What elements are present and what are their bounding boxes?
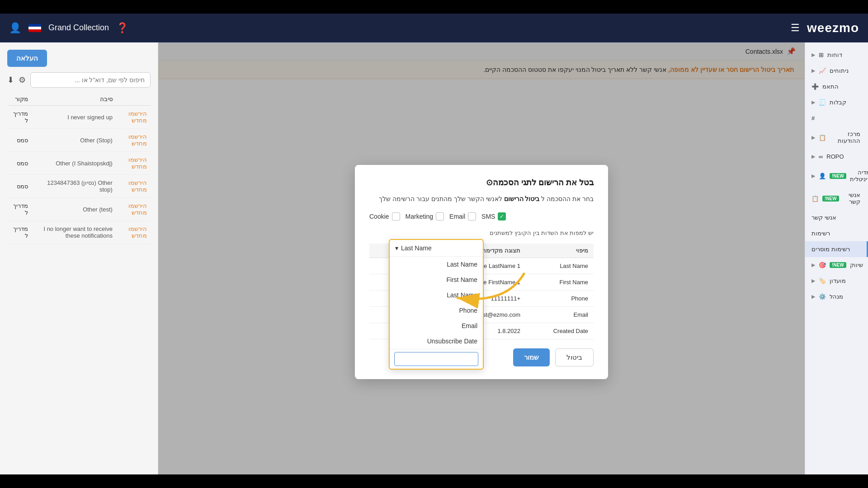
navbar-right: ☰ weezmo: [791, 21, 859, 35]
digital-media-label: מדיה דיניטלית: [850, 169, 868, 183]
dropdown-option[interactable]: Email: [390, 318, 483, 333]
link-cell[interactable]: הירשמו מחדש: [116, 106, 151, 129]
toolbar-row: ⬇ ⚙: [7, 72, 151, 88]
sidebar-item-contacts[interactable]: אנשי קשר: [805, 210, 868, 225]
help-icon[interactable]: ❓: [116, 22, 128, 34]
sidebar-item-digital-media[interactable]: מדיה דיניטלית NEW! 👤 ▶: [805, 164, 868, 187]
marketing-checkbox[interactable]: [436, 212, 444, 221]
col-mapping: מיפוי: [526, 244, 594, 258]
sms-checkbox[interactable]: ✓: [498, 212, 506, 221]
link-cell[interactable]: הירשמו מחדש: [116, 152, 151, 175]
new-badge-3: NEW!: [830, 262, 846, 268]
save-button[interactable]: שמור: [513, 348, 550, 366]
source-cell: מדריך ל: [7, 221, 32, 244]
list-item: סמס Other (Stop) הירשמו מחדש: [7, 129, 151, 152]
messagecenter-icon: 📋: [819, 134, 826, 141]
link-cell[interactable]: הירשמו מחדש: [116, 198, 151, 221]
sidebar-item-admin[interactable]: מנהל ⚙️ ▶: [805, 289, 868, 305]
club-label: מועדון: [830, 277, 846, 284]
mapping-cell: First Name: [526, 274, 594, 290]
download-icon[interactable]: ⬇: [7, 75, 14, 85]
sidebar-item-marketing[interactable]: שיווק NEW! 🎯 ▶: [805, 257, 868, 273]
marketing-label: שיווק: [850, 262, 863, 268]
reason-cell: Other (Stop): [32, 129, 116, 152]
user-icon[interactable]: 👤: [9, 22, 21, 34]
analytics-icon: 📈: [819, 67, 826, 74]
admin-label: מנהל: [830, 293, 843, 300]
page-title: Grand Collection: [48, 23, 109, 33]
list-table: מקור סיבה מדריך ל I never signed up הירש…: [7, 93, 151, 244]
sidebar-item-adapt[interactable]: התאמ ➕: [805, 79, 868, 94]
lists-label: רשימות: [811, 230, 830, 237]
email-label: Email: [449, 213, 465, 220]
navbar-left: 👤 Grand Collection ❓: [9, 22, 128, 34]
link-cell[interactable]: הירשמו מחדש: [116, 175, 151, 198]
list-item: מדריך ל I no longer want to receive thes…: [7, 221, 151, 244]
mapping-cell: Created Date: [526, 323, 594, 339]
sidebar-item-reports[interactable]: דוחות ⊞ ▶: [805, 47, 868, 63]
reason-cell: Other (I Shaistopskdj): [32, 152, 116, 175]
weezmo-logo: weezmo: [807, 21, 859, 35]
sidebar-item-contacts-new[interactable]: אנשי קשר NEW! 📋: [805, 187, 868, 210]
reason-cell: I never signed up: [32, 106, 116, 129]
link-cell[interactable]: הירשמו מחדש: [116, 221, 151, 244]
dropdown-search-input[interactable]: [394, 352, 478, 366]
reason-cell: Other (test): [32, 198, 116, 221]
receipts-icon: 🧾: [819, 99, 826, 106]
source-cell: מדריך ל: [7, 198, 32, 221]
link-cell[interactable]: הירשמו מחדש: [116, 129, 151, 152]
admin-icon: ⚙️: [819, 293, 826, 300]
search-input[interactable]: [30, 72, 151, 88]
hamburger-icon[interactable]: ☰: [791, 22, 800, 34]
list-item: מדריך ל I never signed up הירשמו מחדש: [7, 106, 151, 129]
sidebar-item-analytics[interactable]: ניתוחים 📈 ▶: [805, 63, 868, 79]
sidebar-item-ropo[interactable]: ROPO ∞ ▶: [805, 149, 868, 164]
source-cell: סמס: [7, 152, 32, 175]
digital-media-icon: 👤: [819, 173, 826, 179]
mapping-cell: Email: [526, 306, 594, 323]
list-item: סמס Other (נסיון) 1234847363 (stop הירשמ…: [7, 175, 151, 198]
contacts-new-label: אנשי קשר: [843, 192, 860, 205]
channel-marketing: Marketing: [406, 212, 444, 221]
filter-icon[interactable]: ⚙: [19, 75, 26, 85]
analytics-label: ניתוחים: [830, 67, 849, 74]
dropdown-option[interactable]: Phone: [390, 303, 483, 318]
club-icon: 🏷️: [819, 277, 826, 284]
col-reason: סיבה: [32, 93, 116, 106]
sidebar-item-messagecenter[interactable]: מרכז ההודעות 📋 ▶: [805, 126, 868, 149]
dropdown-option[interactable]: Last Name: [390, 287, 483, 303]
sidebar-item-lists[interactable]: רשימות: [805, 225, 868, 241]
adapt-label: התאמ: [822, 83, 839, 90]
reports-icon: ⊞: [819, 52, 824, 58]
dropdown-selected[interactable]: ▾ Last Name: [390, 240, 483, 257]
contacts-label: אנשי קשר: [811, 214, 836, 221]
new-badge-1: NEW!: [830, 173, 846, 179]
cookie-label: Cookie: [369, 213, 389, 220]
dropdown-options: Last NameFirst NameLast NamePhoneEmailUn…: [390, 257, 483, 349]
dropdown-option[interactable]: First Name: [390, 272, 483, 287]
sidebar-item-receipts[interactable]: קבלות 🧾 ▶: [805, 94, 868, 110]
center-content: Contacts.xlsx 📌 תאריך ביטול הרישום חסר א…: [158, 42, 805, 474]
channel-row: ✓ SMS Email Marketing: [369, 212, 594, 221]
sidebar-item-unsubscribed[interactable]: רשימות מוסרים: [805, 241, 868, 257]
chevron-down-icon: ▾: [395, 244, 398, 252]
dropdown-option[interactable]: Unsubscribe Date: [390, 333, 483, 349]
ropo-label: ROPO: [826, 153, 844, 160]
right-sidebar: דוחות ⊞ ▶ ניתוחים 📈 ▶ התאמ ➕ קבלות 🧾 ▶ #: [805, 42, 868, 474]
sidebar-item-hash[interactable]: #: [805, 110, 868, 126]
flag-icon: [28, 24, 41, 32]
contacts-icon: 📋: [811, 195, 819, 202]
dialog-subtitle: בחר את ההסכמה ל ביטול הרישום לאנשי הקשר …: [369, 194, 594, 204]
email-checkbox[interactable]: [468, 212, 476, 221]
reason-cell: I no longer want to receive these notifi…: [32, 221, 116, 244]
upload-button[interactable]: העלאה: [7, 50, 47, 67]
dialog-title: בטל את הרישום לתגי הסכמה⊙: [369, 178, 594, 188]
dropdown-option[interactable]: Last Name: [390, 257, 483, 272]
cookie-checkbox[interactable]: [392, 212, 400, 221]
mapping-cell: Last Name: [526, 258, 594, 274]
list-item: סמס Other (I Shaistopskdj) הירשמו מחדש: [7, 152, 151, 175]
cancel-button[interactable]: ביטול: [555, 348, 594, 366]
sidebar-item-club[interactable]: מועדון 🏷️ ▶: [805, 273, 868, 289]
source-cell: סמס: [7, 129, 32, 152]
subtitle1: בחר את ההסכמה ל: [541, 195, 594, 202]
